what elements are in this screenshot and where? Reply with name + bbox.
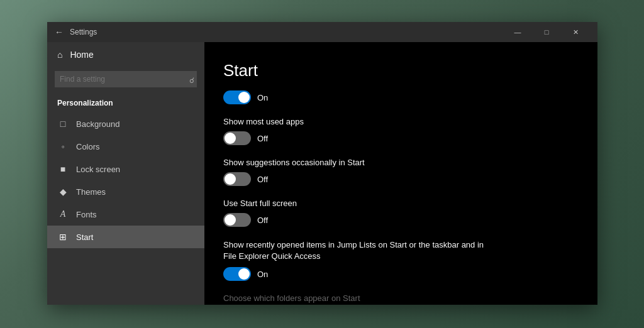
toggle-most-used-apps[interactable]	[223, 131, 251, 145]
sidebar: ⌂ Home ☌ Personalization □ Background ◦ …	[47, 42, 204, 305]
toggle-knob	[225, 214, 236, 226]
sidebar-item-start[interactable]: ⊞ Start	[47, 226, 204, 248]
toggle-knob	[238, 92, 250, 103]
setting-most-used-apps: Show most used apps Off	[223, 117, 572, 145]
settings-window: ← Settings — □ ✕ ⌂ Home ☌ Personalizatio…	[47, 22, 597, 305]
setting-recently-opened: Show recently opened items in Jump Lists…	[223, 239, 572, 281]
setting-full-screen: Use Start full screen Off	[223, 199, 572, 227]
toggle-row-recently-opened: On	[223, 267, 572, 281]
toggle-row-show-start: On	[223, 90, 572, 104]
minimize-button[interactable]: —	[503, 22, 532, 42]
sidebar-item-lock-screen[interactable]: ■ Lock screen	[47, 158, 204, 180]
maximize-button[interactable]: □	[532, 22, 561, 42]
titlebar: ← Settings — □ ✕	[47, 22, 597, 42]
fonts-icon: A	[57, 209, 69, 219]
toggle-recently-opened[interactable]	[223, 267, 251, 281]
titlebar-controls: — □ ✕	[503, 22, 590, 42]
toggle-state-suggestions: Off	[257, 175, 268, 184]
colors-icon: ◦	[57, 141, 69, 151]
sidebar-item-label-background: Background	[76, 119, 119, 129]
lock-screen-icon: ■	[57, 164, 69, 174]
sidebar-item-label-start: Start	[76, 232, 93, 242]
sidebar-item-fonts[interactable]: A Fonts	[47, 203, 204, 226]
toggle-knob	[225, 173, 236, 185]
toggle-state-show-start: On	[257, 93, 268, 102]
home-icon: ⌂	[57, 50, 62, 60]
toggle-full-screen[interactable]	[223, 213, 251, 227]
toggle-row-suggestions: Off	[223, 172, 572, 186]
setting-label-most-used-apps: Show most used apps	[223, 117, 572, 126]
setting-label-full-screen: Use Start full screen	[223, 199, 572, 208]
sidebar-item-colors[interactable]: ◦ Colors	[47, 135, 204, 158]
sidebar-item-label-fonts: Fonts	[76, 210, 97, 219]
window-title: Settings	[70, 28, 503, 36]
page-title: Start	[223, 61, 572, 80]
toggle-row-most-used-apps: Off	[223, 131, 572, 145]
toggle-row-full-screen: Off	[223, 213, 572, 227]
setting-label-recently-opened: Show recently opened items in Jump Lists…	[223, 239, 572, 262]
close-button[interactable]: ✕	[561, 22, 590, 42]
setting-show-start: On	[223, 90, 572, 104]
toggle-state-recently-opened: On	[257, 270, 268, 279]
search-input[interactable]	[55, 71, 197, 87]
setting-suggestions: Show suggestions occasionally in Start O…	[223, 158, 572, 186]
sidebar-section-title: Personalization	[47, 94, 204, 112]
sidebar-item-label-colors: Colors	[76, 142, 100, 151]
sidebar-home-label: Home	[70, 50, 93, 60]
folders-link[interactable]: Choose which folders appear on Start	[223, 293, 572, 303]
start-icon: ⊞	[57, 232, 69, 242]
sidebar-item-background[interactable]: □ Background	[47, 112, 204, 135]
sidebar-item-home[interactable]: ⌂ Home	[47, 42, 204, 67]
background-icon: □	[57, 119, 69, 129]
sidebar-item-label-lock-screen: Lock screen	[76, 165, 120, 174]
toggle-suggestions[interactable]	[223, 172, 251, 186]
toggle-show-start[interactable]	[223, 90, 251, 104]
themes-icon: ◆	[57, 187, 69, 197]
setting-label-suggestions: Show suggestions occasionally in Start	[223, 158, 572, 167]
sidebar-item-label-themes: Themes	[76, 187, 106, 197]
toggle-knob	[238, 268, 250, 280]
sidebar-item-themes[interactable]: ◆ Themes	[47, 180, 204, 203]
toggle-knob	[225, 133, 236, 144]
toggle-state-full-screen: Off	[257, 216, 268, 225]
back-button[interactable]: ←	[55, 28, 64, 36]
toggle-state-most-used-apps: Off	[257, 134, 268, 143]
content-area: ⌂ Home ☌ Personalization □ Background ◦ …	[47, 42, 597, 305]
search-container: ☌	[47, 67, 204, 94]
search-icon[interactable]: ☌	[189, 76, 194, 85]
main-content: Start On Show most used apps Off	[204, 42, 597, 305]
